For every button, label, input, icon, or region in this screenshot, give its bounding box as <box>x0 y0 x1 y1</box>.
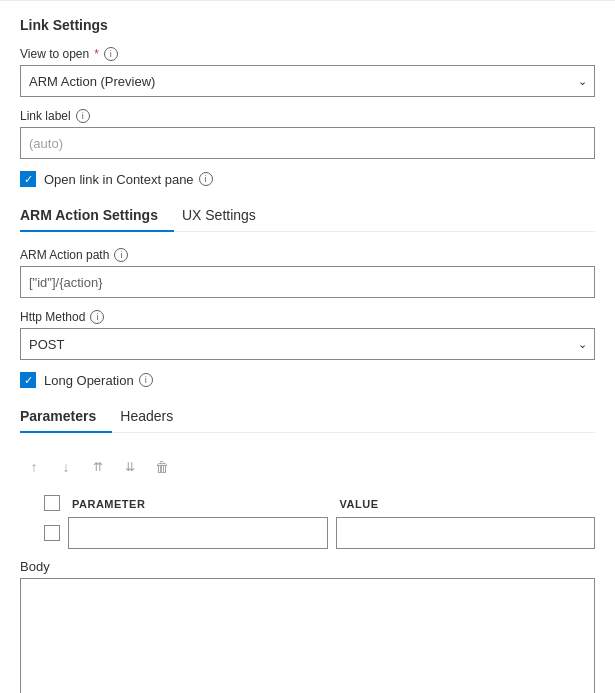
long-operation-info-icon[interactable]: i <box>139 373 153 387</box>
tab-headers[interactable]: Headers <box>120 400 189 432</box>
view-to-open-select[interactable]: ARM Action (Preview) <box>20 65 595 97</box>
sub-tabs: Parameters Headers <box>20 400 595 433</box>
http-method-info-icon[interactable]: i <box>90 310 104 324</box>
long-operation-row: ✓ Long Operation i <box>20 372 595 388</box>
delete-button[interactable]: 🗑 <box>148 453 176 481</box>
view-to-open-label: View to open * i <box>20 47 595 61</box>
param-name-input[interactable] <box>68 517 328 549</box>
arm-action-path-input[interactable] <box>20 266 595 298</box>
http-method-group: Http Method i POST ⌄ <box>20 310 595 360</box>
move-down-button[interactable]: ↓ <box>52 453 80 481</box>
open-in-context-info-icon[interactable]: i <box>199 172 213 186</box>
params-value-col-header: VALUE <box>336 496 596 511</box>
move-top-button[interactable]: ⇈ <box>84 453 112 481</box>
move-bottom-button[interactable]: ⇊ <box>116 453 144 481</box>
params-row-checkbox[interactable] <box>44 525 60 541</box>
view-to-open-info-icon[interactable]: i <box>104 47 118 61</box>
long-operation-label: Long Operation i <box>44 373 153 388</box>
tab-arm-action[interactable]: ARM Action Settings <box>20 199 174 231</box>
http-method-select-wrapper: POST ⌄ <box>20 328 595 360</box>
move-up-button[interactable]: ↑ <box>20 453 48 481</box>
open-in-context-checkbox[interactable]: ✓ <box>20 171 36 187</box>
link-settings-panel: Link Settings View to open * i ARM Actio… <box>0 0 615 693</box>
long-operation-checkbox[interactable]: ✓ <box>20 372 36 388</box>
param-name-cell <box>68 517 328 549</box>
http-method-label: Http Method i <box>20 310 595 324</box>
view-to-open-select-wrapper: ARM Action (Preview) ⌄ <box>20 65 595 97</box>
arm-action-path-label: ARM Action path i <box>20 248 595 262</box>
view-to-open-group: View to open * i ARM Action (Preview) ⌄ <box>20 47 595 97</box>
param-value-cell <box>336 517 596 549</box>
link-label-group: Link label i <box>20 109 595 159</box>
required-star: * <box>94 47 99 61</box>
open-in-context-label: Open link in Context pane i <box>44 172 213 187</box>
long-operation-checkmark-icon: ✓ <box>24 375 33 386</box>
params-table-header: PARAMETER VALUE <box>20 495 595 511</box>
params-parameter-col-header: PARAMETER <box>68 496 328 511</box>
link-label-label: Link label i <box>20 109 595 123</box>
panel-title: Link Settings <box>20 17 595 33</box>
link-label-input[interactable] <box>20 127 595 159</box>
http-method-select[interactable]: POST <box>20 328 595 360</box>
params-row-1 <box>20 517 595 549</box>
params-select-all-checkbox[interactable] <box>44 495 60 511</box>
body-section: Body <box>20 559 595 693</box>
checkmark-icon: ✓ <box>24 174 33 185</box>
tab-parameters[interactable]: Parameters <box>20 400 112 432</box>
link-label-info-icon[interactable]: i <box>76 109 90 123</box>
main-tabs: ARM Action Settings UX Settings <box>20 199 595 232</box>
params-toolbar: ↑ ↓ ⇈ ⇊ 🗑 <box>20 449 595 485</box>
open-in-context-row: ✓ Open link in Context pane i <box>20 171 595 187</box>
tab-ux-settings[interactable]: UX Settings <box>182 199 272 231</box>
param-value-input[interactable] <box>336 517 596 549</box>
arm-action-path-group: ARM Action path i <box>20 248 595 298</box>
body-textarea[interactable] <box>20 578 595 693</box>
body-label: Body <box>20 559 595 574</box>
arm-action-path-info-icon[interactable]: i <box>114 248 128 262</box>
